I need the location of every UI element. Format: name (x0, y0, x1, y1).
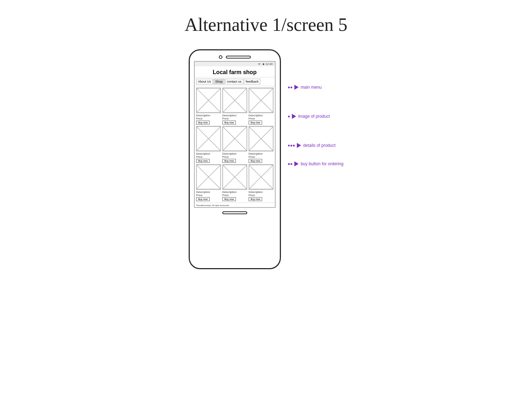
buy-now-button[interactable]: Buy now (222, 159, 236, 163)
product-image (196, 164, 221, 190)
product-price: Price (222, 155, 229, 159)
dot-icon (290, 145, 292, 146)
buy-now-button[interactable]: Buy now (196, 159, 210, 163)
product-card: Description Price Buy now (222, 164, 247, 201)
annotations-panel: main menu image of product details of pr… (288, 49, 344, 176)
annotation-dots (288, 163, 292, 165)
product-price: Price (249, 117, 255, 120)
buy-now-button[interactable]: Buy now (222, 197, 236, 201)
product-image (249, 88, 273, 113)
product-card: Description Price Buy now (222, 126, 247, 163)
product-card: Description Price Buy now (249, 88, 273, 124)
annotation-label-buy: buy button for ordering (301, 161, 344, 166)
dot-icon (288, 163, 290, 165)
phone-footer: ©localfarmshop. All right resesrved. (195, 203, 275, 207)
main-content: ▼↑ ■ 12:49 Local farm shop About Us Shop… (189, 49, 344, 269)
product-price: Price (249, 194, 255, 197)
app-header: Local farm shop (195, 66, 275, 77)
product-image-placeholder (249, 126, 273, 151)
annotation-details-product: details of product (288, 143, 344, 148)
arrow-icon (297, 143, 301, 148)
dot-icon (290, 87, 292, 88)
annotation-dots (288, 145, 295, 146)
product-image-placeholder (223, 88, 247, 113)
phone-top-bar (193, 55, 277, 59)
annotation-label-image: image of product (298, 114, 330, 119)
product-image-placeholder (249, 88, 273, 113)
product-description: Description (222, 190, 237, 194)
annotation-dots (288, 87, 292, 88)
products-grid: Description Price Buy now Description Pr… (195, 86, 275, 203)
phone-speaker (226, 56, 251, 59)
nav-bar[interactable]: About Us Shop contact us feedback (195, 77, 275, 86)
footer-text: ©localfarmshop. All right resesrved. (196, 204, 229, 206)
annotation-image-product: image of product (288, 114, 344, 119)
product-card: Description Price Buy now (249, 126, 273, 163)
annotation-label-details: details of product (303, 143, 336, 148)
product-card: Description Price Buy now (222, 88, 247, 124)
annotation-main-menu: main menu (288, 85, 344, 90)
buy-now-button[interactable]: Buy now (249, 197, 262, 201)
product-image-placeholder (223, 126, 247, 151)
product-description: Description (222, 114, 237, 117)
annotation-dots (288, 116, 290, 117)
product-image-placeholder (196, 126, 221, 151)
time-display: 12:49 (266, 62, 273, 66)
product-card: Description Price Buy now (196, 88, 221, 124)
arrow-icon (294, 85, 299, 90)
product-card: Description Price Buy now (196, 164, 221, 201)
annotation-buy-button: buy button for ordering (288, 161, 344, 166)
arrow-icon (292, 114, 296, 119)
product-image (249, 126, 273, 151)
product-price: Price (222, 194, 229, 197)
battery-icon: ■ (263, 62, 265, 66)
product-image (222, 164, 247, 190)
buy-now-button[interactable]: Buy now (249, 121, 262, 124)
product-description: Description (249, 114, 263, 117)
buy-now-button[interactable]: Buy now (249, 159, 262, 163)
product-price: Price (196, 117, 203, 120)
product-image-placeholder (196, 165, 221, 189)
product-image (222, 88, 247, 113)
dot-icon (288, 87, 290, 88)
product-image-placeholder (196, 88, 221, 113)
buy-now-button[interactable]: Buy now (222, 121, 236, 124)
phone-screen: ▼↑ ■ 12:49 Local farm shop About Us Shop… (194, 61, 276, 208)
buy-now-button[interactable]: Buy now (196, 197, 210, 201)
dot-icon (293, 145, 295, 146)
product-description: Description (249, 152, 263, 155)
nav-feedback[interactable]: feedback (244, 79, 261, 84)
product-price: Price (222, 117, 229, 120)
page-title: Alternative 1/screen 5 (184, 14, 347, 35)
product-price: Price (196, 155, 203, 159)
nav-contact[interactable]: contact us (225, 79, 243, 84)
product-description: Description (196, 152, 210, 155)
product-price: Price (249, 155, 255, 159)
app-title: Local farm shop (213, 69, 257, 75)
dot-icon (288, 116, 290, 117)
product-image (222, 126, 247, 151)
dot-icon (290, 163, 292, 165)
phone-camera (219, 55, 222, 59)
product-card: Description Price Buy now (249, 164, 273, 201)
product-description: Description (196, 190, 210, 194)
nav-shop[interactable]: Shop (214, 79, 225, 84)
product-image (196, 126, 221, 151)
annotation-label-main-menu: main menu (301, 85, 322, 90)
product-description: Description (222, 152, 237, 155)
product-image (196, 88, 221, 113)
phone-frame: ▼↑ ■ 12:49 Local farm shop About Us Shop… (189, 49, 281, 269)
arrow-icon (294, 161, 299, 166)
status-bar: ▼↑ ■ 12:49 (195, 62, 275, 66)
dot-icon (288, 145, 290, 146)
product-description: Description (196, 114, 210, 117)
product-image-placeholder (223, 165, 247, 189)
product-description: Description (249, 190, 263, 194)
product-price: Price (196, 194, 203, 197)
product-card: Description Price Buy now (196, 126, 221, 163)
nav-about-us[interactable]: About Us (196, 79, 213, 84)
phone-bottom-bar (222, 211, 247, 214)
product-image-placeholder (249, 165, 273, 189)
buy-now-button[interactable]: Buy now (196, 121, 210, 124)
signal-icon: ▼↑ (258, 63, 261, 65)
